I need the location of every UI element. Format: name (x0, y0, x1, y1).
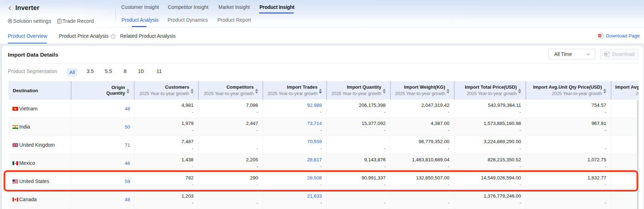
svg-text:PDF: PDF (598, 35, 601, 37)
svg-text:X: X (605, 53, 607, 56)
